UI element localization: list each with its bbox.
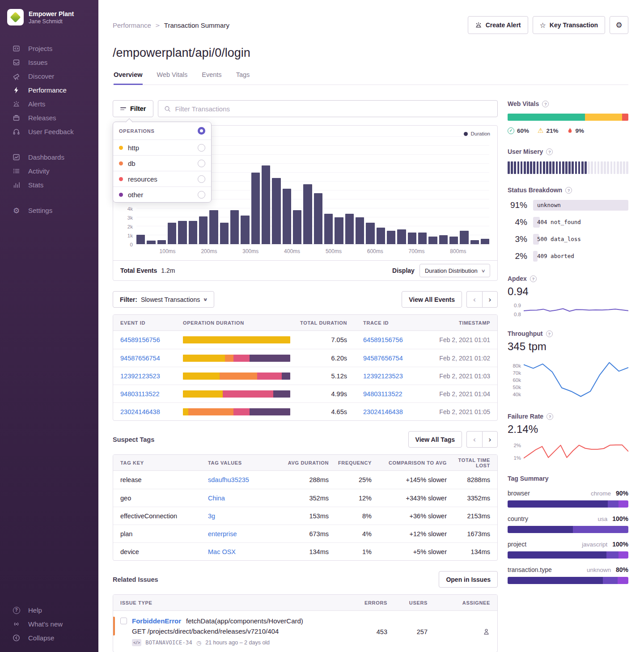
operation-radio[interactable] — [198, 160, 205, 167]
histogram-bar[interactable] — [428, 237, 437, 244]
histogram-bar[interactable] — [147, 241, 155, 244]
histogram-bar[interactable] — [293, 210, 301, 244]
histogram-bar[interactable] — [314, 193, 322, 244]
pager-next-button[interactable]: › — [482, 291, 498, 308]
tag-value-link[interactable]: sdaufhu35235 — [208, 476, 279, 483]
histogram-bar[interactable] — [470, 240, 479, 244]
histogram-bar[interactable] — [366, 223, 374, 244]
breadcrumb-performance[interactable]: Performance — [113, 21, 151, 29]
tag-value-link[interactable]: 3g — [208, 512, 279, 520]
histogram-bar[interactable] — [209, 210, 218, 244]
event-id-link[interactable]: 94587656754 — [120, 355, 183, 362]
histogram-bar[interactable] — [283, 189, 291, 244]
sidebar-item-issues[interactable]: Issues — [0, 55, 98, 69]
help-icon[interactable]: ? — [546, 330, 553, 337]
sidebar-item-stats[interactable]: Stats — [0, 178, 98, 192]
histogram-bar[interactable] — [356, 217, 364, 244]
sidebar-item-alerts[interactable]: Alerts — [0, 97, 98, 111]
tag-value-link[interactable]: Mac OSX — [208, 548, 279, 555]
trace-id-link[interactable]: 12392123523 — [363, 373, 430, 380]
operation-option-http[interactable]: http — [113, 140, 211, 155]
trace-id-link[interactable]: 64589156756 — [363, 336, 430, 343]
histogram-bar[interactable] — [220, 223, 229, 244]
histogram-bar[interactable] — [408, 233, 416, 244]
tab-tags[interactable]: Tags — [236, 71, 250, 85]
tab-overview[interactable]: Overview — [114, 71, 143, 85]
histogram-bar[interactable] — [418, 233, 427, 244]
operation-radio[interactable] — [198, 191, 205, 199]
operations-all-radio[interactable] — [198, 127, 205, 135]
help-icon[interactable]: ? — [565, 187, 572, 194]
assignee-person-icon[interactable] — [483, 628, 490, 635]
operations-dropdown-header[interactable]: OPERATIONS — [113, 122, 211, 140]
histogram-bar[interactable] — [272, 178, 280, 244]
key-transaction-button[interactable]: ☆ Key Transaction — [533, 16, 606, 34]
histogram-bar[interactable] — [168, 223, 176, 244]
histogram-bar[interactable] — [178, 221, 186, 244]
histogram-bar[interactable] — [262, 165, 270, 244]
sidebar-item-dashboards[interactable]: Dashboards — [0, 150, 98, 164]
histogram-bar[interactable] — [136, 235, 145, 244]
histogram-bar[interactable] — [387, 231, 395, 244]
sidebar-item-activity[interactable]: Activity — [0, 164, 98, 178]
sidebar-item-settings[interactable]: ⚙Settings — [0, 203, 98, 217]
sidebar-item-discover[interactable]: Discover — [0, 69, 98, 83]
operation-option-db[interactable]: db — [113, 155, 211, 171]
issue-type-link[interactable]: ForbiddenError — [132, 617, 181, 625]
help-icon[interactable]: ? — [542, 101, 549, 107]
histogram-bar[interactable] — [157, 240, 166, 244]
events-filter-select[interactable]: Filter: Slowest Transactions ∨ — [113, 291, 214, 308]
create-alert-button[interactable]: Create Alert — [468, 16, 528, 34]
histogram-bar[interactable] — [345, 214, 354, 244]
sidebar-item-what-s-new[interactable]: What's new — [0, 617, 98, 631]
tab-events[interactable]: Events — [202, 71, 221, 85]
operation-radio[interactable] — [198, 175, 205, 183]
histogram-bar[interactable] — [397, 229, 406, 244]
operation-option-other[interactable]: other — [113, 186, 211, 202]
settings-gear-button[interactable]: ⚙ — [610, 16, 628, 34]
histogram-bar[interactable] — [189, 221, 197, 244]
trace-id-link[interactable]: 23024146438 — [363, 408, 430, 415]
pager-prev-button[interactable]: ‹ — [466, 431, 482, 448]
sidebar-item-performance[interactable]: Performance — [0, 83, 98, 97]
histogram-bar[interactable] — [439, 235, 448, 244]
histogram-bar[interactable] — [481, 239, 489, 244]
sidebar-item-help[interactable]: ?Help — [0, 603, 98, 617]
histogram-bar[interactable] — [230, 210, 239, 244]
histogram-bar[interactable] — [324, 214, 333, 244]
sidebar-item-releases[interactable]: Releases — [0, 111, 98, 125]
tag-value-link[interactable]: China — [208, 495, 279, 502]
histogram-bar[interactable] — [335, 217, 343, 244]
event-id-link[interactable]: 64589156756 — [120, 336, 183, 343]
view-all-events-button[interactable]: View All Events — [402, 291, 462, 308]
sidebar-item-user-feedback[interactable]: User Feedback — [0, 125, 98, 139]
histogram-bar[interactable] — [241, 216, 249, 244]
trace-id-link[interactable]: 94587656754 — [363, 355, 430, 362]
event-id-link[interactable]: 23024146438 — [120, 408, 183, 415]
pager-next-button[interactable]: › — [482, 431, 498, 448]
pager-prev-button[interactable]: ‹ — [466, 291, 482, 308]
histogram-bar[interactable] — [303, 184, 312, 244]
tag-value-link[interactable]: enterprise — [208, 530, 279, 538]
sidebar-item-collapse[interactable]: Collapse — [0, 631, 98, 645]
org-switcher[interactable]: Empower Plant Jane Schmidt — [7, 9, 91, 25]
operation-radio[interactable] — [198, 144, 205, 152]
histogram-bar[interactable] — [251, 173, 260, 244]
histogram-bar[interactable] — [199, 216, 208, 244]
help-icon[interactable]: ? — [547, 413, 553, 420]
open-in-issues-button[interactable]: Open in Issues — [439, 571, 498, 588]
histogram-bar[interactable] — [460, 231, 468, 244]
display-select[interactable]: Duration Distribution ∨ — [419, 264, 490, 277]
trace-id-link[interactable]: 94803113522 — [363, 390, 430, 398]
filter-button[interactable]: Filter — [113, 100, 153, 117]
help-icon[interactable]: ? — [530, 275, 537, 282]
sidebar-item-projects[interactable]: Projects — [0, 42, 98, 55]
event-id-link[interactable]: 94803113522 — [120, 390, 183, 398]
operation-option-resources[interactable]: resources — [113, 171, 211, 186]
issue-checkbox[interactable] — [120, 618, 127, 624]
search-input[interactable]: Filter Transactions — [158, 100, 498, 117]
tab-web-vitals[interactable]: Web Vitals — [157, 71, 188, 85]
histogram-bar[interactable] — [449, 237, 458, 244]
event-id-link[interactable]: 12392123523 — [120, 373, 183, 380]
help-icon[interactable]: ? — [546, 148, 553, 155]
